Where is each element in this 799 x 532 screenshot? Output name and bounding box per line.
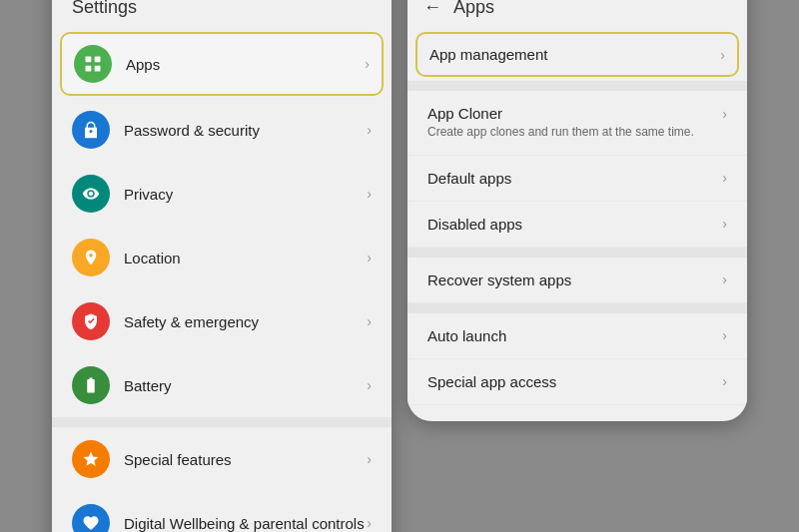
settings-item-special[interactable]: Special features › <box>52 427 392 491</box>
app-management-chevron: › <box>720 47 725 63</box>
battery-chevron: › <box>367 377 372 393</box>
right-page-title: Apps <box>453 0 494 18</box>
submenu-item-default-apps[interactable]: Default apps › <box>407 156 747 202</box>
special-chevron: › <box>367 451 372 467</box>
app-cloner-subtitle: Create app clones and run them at the sa… <box>427 124 727 141</box>
submenu-item-special-app-access[interactable]: Special app access › <box>407 359 747 405</box>
svg-rect-0 <box>86 57 92 63</box>
battery-icon <box>72 366 110 404</box>
wellbeing-icon <box>72 504 110 532</box>
settings-item-privacy[interactable]: Privacy › <box>52 162 392 226</box>
privacy-label: Privacy <box>124 186 367 203</box>
disabled-apps-chevron: › <box>722 216 727 232</box>
left-page-title: Settings <box>52 0 392 30</box>
special-icon <box>72 440 110 478</box>
submenu-item-auto-launch[interactable]: Auto launch › <box>407 313 747 359</box>
right-phone: 12:59 ▲ ⬡ ◎ ● ⊞ ▾ᵃ ᪲ .ˡˡ 39% ← Apps App … <box>407 0 747 421</box>
password-label: Password & security <box>124 122 367 139</box>
settings-item-battery[interactable]: Battery › <box>52 353 392 417</box>
wellbeing-label: Digital Wellbeing & parental controls <box>124 515 367 532</box>
location-label: Location <box>124 250 367 266</box>
app-cloner-chevron: › <box>722 106 727 122</box>
settings-item-apps[interactable]: Apps › <box>60 32 384 96</box>
disabled-apps-label: Disabled apps <box>427 216 522 233</box>
settings-item-wellbeing[interactable]: Digital Wellbeing & parental controls › <box>52 491 392 532</box>
location-chevron: › <box>367 250 372 266</box>
privacy-icon <box>72 175 110 213</box>
left-phone: 12:59 ▲ ⬡ ◎ ● ⊞ ▾ᵃ ᪲ .ˡˡ 39% Settings Ap… <box>52 0 392 532</box>
auto-launch-chevron: › <box>722 327 727 343</box>
submenu-item-app-cloner[interactable]: App Cloner › Create app clones and run t… <box>407 91 747 156</box>
submenu-item-recover-system-apps[interactable]: Recover system apps › <box>407 258 747 303</box>
special-app-access-label: Special app access <box>427 373 556 390</box>
password-chevron: › <box>367 122 372 138</box>
app-management-label: App management <box>429 46 547 63</box>
settings-item-safety[interactable]: Safety & emergency › <box>52 289 392 353</box>
settings-list-2: Special features › Digital Wellbeing & p… <box>52 427 392 532</box>
battery-label: Battery <box>124 377 367 394</box>
section-divider <box>52 417 392 427</box>
location-icon <box>72 239 110 276</box>
apps-icon <box>74 45 112 83</box>
svg-rect-3 <box>95 66 101 72</box>
settings-list: Apps › Password & security › Privacy › <box>52 32 392 417</box>
special-app-access-chevron: › <box>722 373 727 389</box>
recover-system-apps-label: Recover system apps <box>427 271 571 288</box>
special-label: Special features <box>124 451 367 468</box>
submenu-item-app-management[interactable]: App management › <box>415 32 739 77</box>
back-header: ← Apps <box>407 0 747 28</box>
gap-3 <box>407 303 747 313</box>
safety-chevron: › <box>367 313 372 329</box>
auto-launch-label: Auto launch <box>427 327 506 344</box>
safety-icon <box>72 302 110 340</box>
svg-rect-1 <box>95 57 101 63</box>
submenu-item-disabled-apps[interactable]: Disabled apps › <box>407 202 747 248</box>
app-cloner-label: App Cloner <box>427 105 502 122</box>
wellbeing-chevron: › <box>367 515 372 531</box>
default-apps-chevron: › <box>722 170 727 186</box>
privacy-chevron: › <box>367 186 372 202</box>
password-icon <box>72 111 110 149</box>
gap-1 <box>407 81 747 91</box>
recover-system-apps-chevron: › <box>722 271 727 287</box>
default-apps-label: Default apps <box>427 170 511 187</box>
gap-2 <box>407 248 747 258</box>
apps-chevron: › <box>365 56 370 72</box>
settings-item-password[interactable]: Password & security › <box>52 98 392 162</box>
safety-label: Safety & emergency <box>124 313 367 330</box>
apps-label: Apps <box>126 56 365 73</box>
svg-rect-2 <box>86 66 92 72</box>
back-button[interactable]: ← <box>423 0 441 18</box>
settings-item-location[interactable]: Location › <box>52 226 392 289</box>
